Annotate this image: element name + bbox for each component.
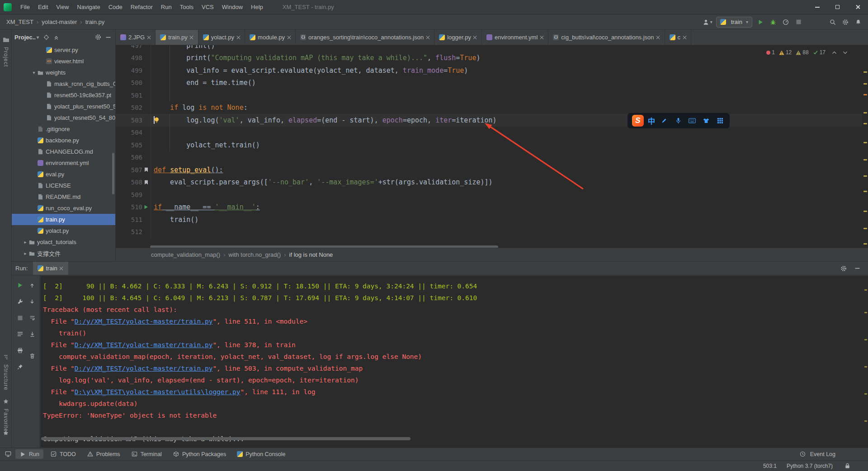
panel-settings-icon[interactable]: [94, 33, 103, 42]
close-tab-icon[interactable]: [59, 266, 64, 271]
voice-input-icon[interactable]: [673, 116, 683, 125]
code-line-505[interactable]: 505yolact_net.train(): [116, 139, 862, 151]
code-line-503[interactable]: 503log.log('val', val_info, elapsed=(end…: [116, 114, 862, 127]
tree-item-environment-yml[interactable]: environment.yml: [12, 157, 115, 169]
tree-item-server-py[interactable]: server.py: [12, 44, 115, 56]
prev-problem-icon[interactable]: [830, 48, 839, 57]
close-tab-icon[interactable]: [189, 35, 193, 39]
run-button[interactable]: [756, 18, 765, 27]
next-problem-icon[interactable]: [840, 48, 849, 57]
editor-tab-yolact-py[interactable]: yolact.py: [198, 30, 245, 45]
menu-help[interactable]: Help: [247, 0, 267, 14]
stripe-project[interactable]: Project: [0, 35, 12, 67]
close-button[interactable]: [848, 0, 868, 14]
code-line-499[interactable]: 499val_info = eval_script.evaluate(yolac…: [116, 64, 862, 77]
collapsed-arrow-icon[interactable]: ▸: [22, 251, 29, 256]
maximize-button[interactable]: [827, 0, 848, 14]
terminal-icon[interactable]: [131, 451, 138, 457]
hide-panel-icon[interactable]: [104, 33, 113, 42]
rerun-button[interactable]: [15, 280, 25, 290]
tool-window-switcher-icon[interactable]: [4, 450, 13, 459]
nav-crumb-1[interactable]: yolact-master: [41, 19, 78, 25]
todo-icon[interactable]: [50, 451, 57, 457]
soft-wrap-button[interactable]: [27, 313, 37, 323]
toolwindow-run[interactable]: Run: [15, 449, 43, 459]
tree-item-viewer-html[interactable]: <>viewer.html: [12, 56, 115, 67]
stack-trace-link[interactable]: D:\y\XM_TEST\yolact-master\utils\logger.…: [75, 388, 241, 396]
line-number[interactable]: 503: [131, 117, 142, 124]
run-console-tab[interactable]: train: [33, 262, 68, 275]
code-line-508[interactable]: 508eval_script.parse_args(['--no_bar', '…: [116, 176, 862, 189]
code-with-me-button[interactable]: ▾: [703, 19, 712, 25]
tree-item-mask-rcnn-cig-butts-0[interactable]: mask_rcnn_cig_butts_0: [12, 78, 115, 89]
down-stack-trace-button[interactable]: [27, 297, 37, 306]
code-line-500[interactable]: 500end = time.time(): [116, 77, 862, 89]
close-tab-icon[interactable]: [656, 35, 660, 39]
collapse-all-icon[interactable]: [52, 33, 61, 42]
debug-button[interactable]: [769, 18, 778, 27]
python-interpreter[interactable]: Python 3.7 (torch7): [787, 463, 833, 469]
close-tab-icon[interactable]: [146, 35, 151, 39]
editor-tab-c[interactable]: c: [665, 30, 692, 45]
inspection-warning[interactable]: 12: [779, 49, 792, 56]
menu-navigate[interactable]: Navigate: [73, 0, 104, 14]
line-number[interactable]: 499: [131, 67, 142, 74]
code-line-504[interactable]: 504: [116, 127, 862, 139]
stripe-mark[interactable]: [863, 123, 867, 124]
ime-skin-icon[interactable]: [701, 116, 711, 125]
editor-tab-train-py[interactable]: train.py: [156, 30, 198, 45]
toolwindow-python-packages[interactable]: Python Packages: [169, 449, 230, 459]
project-view-selector[interactable]: Projec..▾: [14, 34, 39, 41]
editor-tab-module-py[interactable]: module.py: [245, 30, 296, 45]
close-tab-icon[interactable]: [425, 35, 429, 39]
line-number[interactable]: 498: [131, 54, 142, 61]
menu-refactor[interactable]: Refactor: [127, 0, 157, 14]
tree-item-train-py[interactable]: train.py: [12, 214, 115, 225]
menu-window[interactable]: Window: [218, 0, 247, 14]
code-line-502[interactable]: 502if log is not None:: [116, 102, 862, 114]
close-tab-icon[interactable]: [539, 35, 543, 39]
lock-icon[interactable]: [843, 462, 852, 471]
stripe-mark[interactable]: [863, 112, 867, 113]
editor-tab-2-jpg[interactable]: 2.JPG: [116, 30, 156, 45]
line-number[interactable]: 497: [131, 45, 142, 49]
tree-item-weights[interactable]: ▾weights: [12, 67, 115, 78]
menu-file[interactable]: File: [16, 0, 34, 14]
line-number[interactable]: 502: [131, 104, 142, 111]
notifications-icon[interactable]: [854, 18, 863, 27]
close-tab-icon[interactable]: [473, 35, 477, 39]
stripe-mark[interactable]: [863, 228, 867, 229]
stack-trace-link[interactable]: D:/y/XM_TEST/yolact-master/train.py: [75, 341, 213, 349]
settings-icon[interactable]: [841, 18, 850, 27]
error-stripe[interactable]: [862, 45, 868, 248]
up-stack-trace-button[interactable]: [27, 280, 37, 290]
code-line-509[interactable]: 509: [116, 188, 862, 201]
stripe-mark[interactable]: [863, 191, 867, 192]
run-line-icon[interactable]: [142, 203, 151, 212]
tree-item-backbone-py[interactable]: backbone.py: [12, 135, 115, 146]
code-line-511[interactable]: 511train(): [116, 213, 862, 226]
handwriting-icon[interactable]: [659, 116, 669, 125]
tree-item-item-18[interactable]: ▸支撑文件: [12, 248, 115, 259]
nav-crumb-0[interactable]: XM_TEST: [5, 19, 34, 25]
clear-console-button[interactable]: [27, 351, 37, 361]
tree-item-license[interactable]: LICENSE: [12, 180, 115, 191]
ime-language-icon[interactable]: 中: [648, 115, 655, 126]
inspection-error[interactable]: 1: [766, 49, 775, 56]
stripe-mark[interactable]: [863, 243, 867, 245]
project-tree-scrollbar[interactable]: [112, 153, 114, 194]
console-hscrollbar[interactable]: [41, 437, 410, 440]
sogou-toolbox-icon[interactable]: [715, 116, 725, 125]
line-number[interactable]: 505: [131, 141, 142, 149]
line-number[interactable]: 504: [131, 129, 142, 136]
tree-item-readme-md[interactable]: README.md: [12, 191, 115, 203]
stack-trace-link[interactable]: D:/y/XM_TEST/yolact-master/train.py: [75, 318, 213, 325]
print-console-button[interactable]: [15, 345, 25, 355]
tree-item-eval-py[interactable]: eval.py: [12, 169, 115, 180]
line-number[interactable]: 500: [131, 79, 142, 86]
toolwindow-todo[interactable]: TODO: [46, 449, 80, 459]
intention-bulb-icon[interactable]: [154, 117, 160, 123]
inspections-widget[interactable]: 1128817: [766, 48, 849, 57]
code-line-498[interactable]: 498print("Computing validation mAP (this…: [116, 52, 862, 65]
code-line-506[interactable]: 506: [116, 151, 862, 164]
